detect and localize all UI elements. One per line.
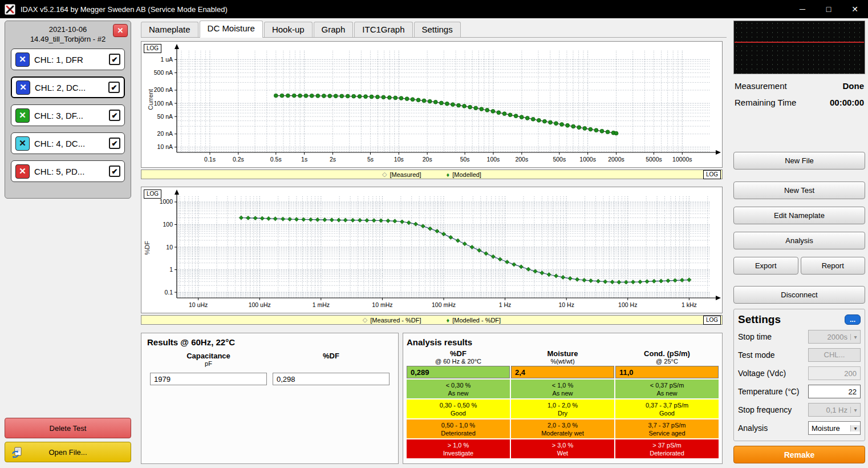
legend-modelled-label: [Modelled] bbox=[452, 171, 481, 178]
log-scale-button[interactable]: LOG bbox=[703, 170, 721, 179]
channel-row-2[interactable]: ✕ CHL: 2, DC... ✔ bbox=[11, 76, 125, 98]
report-button[interactable]: Report bbox=[801, 257, 866, 275]
classification-cell: 0,30 - 0,50 %Good bbox=[407, 400, 510, 418]
open-file-button[interactable]: Open File... bbox=[5, 442, 131, 462]
idax-app: IDAX v5.2.164 by Megger Sweden AB (Servi… bbox=[0, 0, 868, 468]
tab-bar: Nameplate DC Moisture Hook-up Graph ITC1… bbox=[141, 21, 727, 38]
analysis-mode-row: Analysis Moisture▾ bbox=[738, 419, 861, 437]
app-logo-icon bbox=[5, 3, 16, 15]
tab-dc-moisture[interactable]: DC Moisture bbox=[200, 21, 263, 38]
voltage-input[interactable] bbox=[808, 366, 861, 380]
legend-measured-label: [Measured - %DF] bbox=[370, 317, 421, 324]
new-test-button[interactable]: New Test bbox=[733, 181, 865, 199]
svg-text:2s: 2s bbox=[330, 156, 336, 163]
log-scale-button[interactable]: LOG bbox=[144, 189, 161, 199]
svg-text:0.5s: 0.5s bbox=[270, 156, 282, 163]
current-axis-label: Current bbox=[147, 89, 154, 110]
channel-checkbox[interactable]: ✔ bbox=[109, 138, 120, 149]
display-trace-line bbox=[735, 42, 864, 43]
test-mode-row: Test mode CHL... bbox=[738, 346, 861, 364]
channel-checkbox[interactable]: ✔ bbox=[109, 54, 120, 65]
classification-cell: < 0,37 pS/mAs new bbox=[615, 380, 719, 398]
svg-text:2000s: 2000s bbox=[608, 156, 624, 163]
analysis-mode-dropdown[interactable]: Moisture▾ bbox=[808, 421, 861, 435]
stop-time-dropdown[interactable]: 2000s▾ bbox=[808, 330, 861, 344]
svg-text:10 nA: 10 nA bbox=[157, 143, 173, 150]
stop-frequency-label: Stop frequency bbox=[738, 405, 792, 414]
results-panel: Results @ 60Hz, 22°C Capacitance pF 1979… bbox=[141, 333, 399, 464]
df-result-value: 0,289 bbox=[407, 366, 510, 378]
tab-itc1graph[interactable]: ITC1Graph bbox=[354, 22, 412, 37]
tab-settings[interactable]: Settings bbox=[414, 22, 461, 37]
svg-text:100 nA: 100 nA bbox=[154, 100, 173, 107]
export-button[interactable]: Export bbox=[733, 257, 798, 275]
measurement-status-row: Measurement Done bbox=[733, 81, 865, 91]
titlebar: IDAX v5.2.164 by Megger Sweden AB (Servi… bbox=[0, 0, 868, 18]
close-test-icon[interactable]: ✕ bbox=[113, 24, 128, 37]
df-axis-label: %DF bbox=[144, 241, 151, 255]
current-chart-panel: 0.1s0.2s0.5s1s2s5s10s20s50s100s200s500s1… bbox=[141, 41, 723, 168]
analysis-panel: Analysis results %DF@ 60 Hz & 20°C Moist… bbox=[403, 333, 723, 464]
df-column: %DF 0,298 bbox=[270, 352, 392, 385]
channel-checkbox[interactable]: ✔ bbox=[108, 82, 120, 93]
current-vs-time-chart: 0.1s0.2s0.5s1s2s5s10s20s50s100s200s500s1… bbox=[141, 42, 722, 167]
stop-frequency-dropdown[interactable]: 0,1 Hz▾ bbox=[808, 403, 861, 417]
svg-text:100 Hz: 100 Hz bbox=[618, 301, 637, 308]
log-scale-button[interactable]: LOG bbox=[144, 44, 161, 53]
edit-nameplate-button[interactable]: Edit Nameplate bbox=[733, 207, 865, 224]
channel-x-icon: ✕ bbox=[15, 108, 30, 123]
maximize-icon[interactable]: □ bbox=[816, 0, 842, 18]
channel-row-1[interactable]: ✕ CHL: 1, DFR ✔ bbox=[11, 49, 125, 70]
measured-marker-icon: ◇ bbox=[382, 171, 387, 178]
classification-cell: < 0,30 %As new bbox=[407, 380, 510, 398]
classification-cell: < 1,0 %As new bbox=[511, 380, 614, 398]
test-mode-button[interactable]: CHL... bbox=[808, 348, 861, 362]
log-scale-button[interactable]: LOG bbox=[703, 316, 721, 325]
main-area: Nameplate DC Moisture Hook-up Graph ITC1… bbox=[136, 18, 730, 468]
stop-frequency-row: Stop frequency 0,1 Hz▾ bbox=[738, 401, 861, 419]
temperature-input[interactable] bbox=[808, 385, 861, 398]
analysis-button[interactable]: Analysis bbox=[733, 232, 865, 249]
df-vs-frequency-chart: 10 uHz100 uHz1 mHz10 mHz100 mHz1 Hz10 Hz… bbox=[141, 187, 722, 313]
channel-row-3[interactable]: ✕ CHL: 3, DF... ✔ bbox=[11, 104, 125, 126]
window-controls: ─ □ ✕ bbox=[789, 0, 868, 18]
svg-text:10 Hz: 10 Hz bbox=[558, 301, 574, 308]
tab-nameplate[interactable]: Nameplate bbox=[141, 22, 198, 37]
channel-checkbox[interactable]: ✔ bbox=[109, 166, 120, 177]
classification-cell: > 1,0 %Investigate bbox=[407, 439, 510, 458]
tab-hook-up[interactable]: Hook-up bbox=[264, 22, 313, 37]
channel-label: CHL: 3, DF... bbox=[34, 111, 104, 120]
new-file-button[interactable]: New File bbox=[733, 152, 865, 170]
capacitance-value: 1979 bbox=[150, 373, 267, 385]
moisture-result-value: 2,4 bbox=[511, 366, 614, 378]
delete-test-button[interactable]: Delete Test bbox=[5, 418, 131, 438]
legend-modelled: ♦[Modelled - %DF] bbox=[447, 317, 501, 324]
classification-cell: 2,0 - 3,0 %Moderately wet bbox=[511, 419, 614, 438]
classification-cell: 3,7 - 37 pS/mService aged bbox=[615, 419, 719, 438]
channel-x-icon: ✕ bbox=[15, 164, 30, 179]
svg-text:0.1s: 0.1s bbox=[204, 156, 216, 163]
svg-text:200 nA: 200 nA bbox=[154, 86, 173, 93]
channel-row-4[interactable]: ✕ CHL: 4, DC... ✔ bbox=[11, 132, 125, 154]
analysis-col-header: Cond. (pS/m)@ 25°C bbox=[615, 349, 719, 365]
df-header: %DF bbox=[273, 352, 390, 360]
settings-more-button[interactable]: ... bbox=[845, 314, 861, 325]
results-row: Results @ 60Hz, 22°C Capacitance pF 1979… bbox=[141, 333, 723, 464]
temperature-row: Temperature (°C) bbox=[738, 382, 861, 401]
close-icon[interactable]: ✕ bbox=[842, 0, 868, 18]
tab-graph[interactable]: Graph bbox=[314, 22, 354, 37]
minimize-icon[interactable]: ─ bbox=[789, 0, 816, 18]
current-chart-legend: ◇[Measured] ♦[Modelled] LOG bbox=[141, 170, 723, 179]
df-chart-legend: ◇[Measured - %DF] ♦[Modelled - %DF] LOG bbox=[141, 315, 723, 325]
remake-button[interactable]: Remake bbox=[733, 446, 865, 463]
modelled-marker-icon: ♦ bbox=[447, 317, 450, 324]
channel-row-5[interactable]: ✕ CHL: 5, PD... ✔ bbox=[11, 160, 125, 182]
test-mode-label: Test mode bbox=[738, 350, 775, 360]
channel-label: CHL: 5, PD... bbox=[34, 167, 104, 176]
disconnect-button[interactable]: Disconnect bbox=[733, 286, 865, 304]
classification-cell: > 37 pS/mDeteriorated bbox=[615, 439, 719, 458]
measurement-label: Measurement bbox=[735, 81, 787, 91]
svg-text:5000s: 5000s bbox=[646, 156, 662, 163]
svg-text:1000s: 1000s bbox=[579, 156, 596, 163]
channel-checkbox[interactable]: ✔ bbox=[109, 110, 120, 121]
